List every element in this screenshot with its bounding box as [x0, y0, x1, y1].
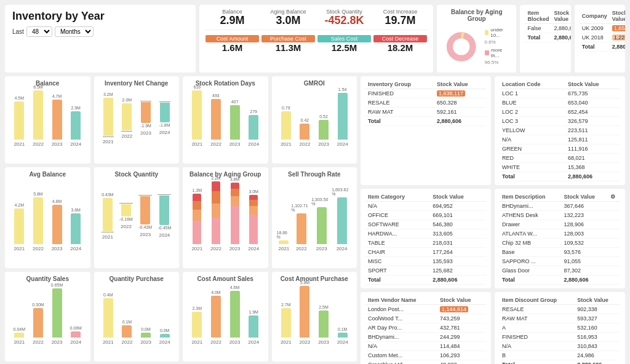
table-row: Total2,880,606 — [500, 172, 620, 181]
bar-group: 1.3M 2021 — [191, 188, 202, 251]
table-row: MISC135,593 — [365, 257, 486, 266]
table-row: Drawer128,906 — [500, 220, 620, 229]
table-row: Total 2,880,606 — [580, 42, 625, 52]
table-row: GREEN111,916 — [500, 144, 620, 154]
table-row: Base93,576 — [500, 248, 620, 257]
table-row: RED68,021 — [500, 154, 620, 163]
cost-amount-sales-chart: Cost Amount Sales 2.3M 2021 4.0M 2022 — [183, 272, 268, 362]
quantity-sales-chart: Quantity Sales 0.04M 2021 0.30M 2022 — [5, 272, 90, 362]
sales-cost-metric: Sales Cost 12.5M — [317, 33, 371, 53]
table-row: OFFICE669,101 — [365, 211, 486, 220]
item-vendor-table: Item Vendor Name Stock Value London Post… — [361, 292, 491, 364]
table-row: YELLOW223,511 — [500, 126, 620, 135]
metrics-bottom-row: Cost Amount 1.6M Purchase Cost 11.3M Sal… — [205, 33, 427, 53]
rotation-bars: 616 2021 493 2022 407 2023 — [188, 89, 263, 156]
table-row: ATLANTA W...128,003 — [500, 229, 620, 239]
table-row: RAW MAT593,327 — [500, 314, 620, 323]
cost-decrease-metric: Cost Decrease 18.2M — [373, 33, 427, 53]
table-row: N/A310,843 — [500, 342, 620, 351]
bar-group: 2.0M 2022 — [121, 98, 132, 139]
bar-group: 2.2M 2022 — [210, 176, 221, 251]
bar-group: 0.0M 2023 — [140, 327, 151, 345]
table-row: Custom Met...106,293 — [365, 351, 486, 360]
table-row: A532,160 — [500, 323, 620, 333]
gmroi-chart: GMROI 0.79 2021 0.42 2022 — [272, 76, 357, 164]
bar-group: -1.9M 2023 — [140, 101, 151, 136]
sell-through-rate-chart: Sell Through Rate 18.66 % 2021 1,102.71 … — [272, 167, 357, 268]
qsales-bars: 0.04M 2021 0.30M 2022 0.65M 2023 — [10, 285, 86, 354]
table-row: Total 2,880,606 — [525, 33, 570, 42]
table-row: FINISHED516,953 — [500, 333, 620, 342]
table-row: RESALE 650,328 — [365, 98, 486, 108]
table-row: False 2,880,606 — [525, 24, 570, 33]
bar-group: 18.66 % 2021 — [277, 231, 292, 251]
bar-group: 0.79 2021 — [281, 106, 292, 147]
table-row: Grassblue Ltd.48,023 — [365, 360, 486, 365]
purchase-cost-metric: Purchase Cost 11.3M — [261, 33, 315, 53]
bar-group: 493 2022 — [210, 93, 221, 147]
table-row: CHAIR177,264 — [365, 248, 486, 257]
bar-group: 1,102.71 % 2022 — [291, 204, 311, 251]
right-panel: Inventory Group Stock Value FINISHED 1,6… — [361, 76, 625, 359]
metrics-top-row: Balance 2.9M Aging Balance 3.0M Stock Qu… — [205, 9, 427, 27]
quantity-purchase-chart: Quantity Purchase 0.4M 2021 0.1M 2022 — [94, 272, 180, 362]
stock-qty-metric: Stock Quantity -452.8K — [317, 9, 371, 27]
aging-chart-card: Balance by Aging Group under 10... 0.6% … — [437, 5, 516, 73]
bar-group: 2.5M 2023 — [318, 305, 329, 345]
bar-group: 3.8M 2023 — [229, 177, 241, 251]
aging-balance-metric: Aging Balance 3.0M — [261, 9, 315, 27]
table-row: FINISHED 1,638,117 — [365, 89, 486, 98]
bar-group: 3.2M 2021 — [103, 92, 114, 144]
balance-metric: Balance 2.9M — [205, 9, 259, 27]
table-row: AR Day Pro...432,781 — [365, 323, 486, 333]
cost-increase-metric: Cost Increase 19.7M — [373, 9, 427, 27]
unit-select[interactable]: Months — [55, 26, 94, 37]
page-title: Inventory by Year — [12, 10, 188, 23]
table-row: LOC 1675,735 — [500, 89, 620, 98]
right-tables-row1: Inventory Group Stock Value FINISHED 1,6… — [361, 76, 625, 185]
costpurchase-bars: 2.7M 2021 5.9M 2022 2.5M 2023 — [277, 285, 353, 354]
bar-group: 0.30M 2022 — [32, 303, 44, 345]
table-row: SPORT125,682 — [365, 266, 486, 275]
table-row: B24,986 — [500, 351, 620, 360]
bar-group: 1,303.50 % 2023 — [311, 197, 332, 251]
charts-row-3: Quantity Sales 0.04M 2021 0.30M 2022 — [5, 272, 357, 362]
inventory-group-table: Inventory Group Stock Value FINISHED 1,6… — [361, 76, 491, 185]
aging-bars: 1.3M 2021 2.2M — [188, 180, 263, 260]
table-row: SAPPORO ...91,055 — [500, 257, 620, 266]
svg-point-1 — [453, 38, 469, 55]
right-tables-row3: Item Vendor Name Stock Value London Post… — [361, 292, 625, 364]
bar-group: 0.04M 2021 — [14, 327, 25, 345]
cost-amount-metric: Cost Amount 1.6M — [205, 33, 259, 53]
bar-group: -0.16M 2022 — [119, 203, 133, 229]
table-row: N/A114,484 — [365, 342, 486, 351]
qpurchase-bars: 0.4M 2021 0.1M 2022 0.0M 2023 — [99, 285, 175, 354]
balance-bars: 4.5M 2021 6.5M 2022 4.7M 2023 — [10, 89, 86, 156]
company-table: Company Stock Value UK 2009 1,654,768 UK… — [575, 5, 625, 73]
bar-group: 1.54 2024 — [337, 87, 348, 147]
table-row: Total2,880,606 — [500, 275, 620, 285]
period-select[interactable]: 48 — [26, 26, 52, 37]
bar-group: 3.6M 2024 — [70, 208, 81, 251]
bar-group: 2.7M 2021 — [281, 303, 292, 345]
main-content: Balance 4.5M 2021 6.5M 2022 — [5, 76, 625, 359]
netchange-bars: 3.2M 2021 2.0M 2022 — [99, 89, 175, 156]
bar-group: 4.7M 2023 — [52, 94, 63, 147]
table-row: ATHENS Desk132,223 — [500, 211, 620, 220]
cost-amount-purchase-chart: Cost Amount Purchase 2.7M 2021 5.9M 2022 — [272, 272, 357, 362]
table-row: TABLE218,031 — [365, 239, 486, 248]
sellthrough-bars: 18.66 % 2021 1,102.71 % 2022 1,303.50 % — [277, 180, 353, 260]
charts-row-1: Balance 4.5M 2021 6.5M 2022 — [5, 76, 357, 164]
table-row: LOC 2652,454 — [500, 108, 620, 117]
table-row: UK 2018 1,225,838 — [580, 33, 625, 42]
location-code-table: Location Code Stock Value LOC 1675,735 B… — [495, 76, 625, 185]
table-row: HARDWA...313,605 — [365, 229, 486, 239]
table-row: RESALE902,338 — [500, 305, 620, 314]
balance-chart: Balance 4.5M 2021 6.5M 2022 — [5, 76, 90, 164]
bar-group: 0.42 2022 — [300, 118, 311, 147]
costsales-bars: 2.3M 2021 4.0M 2022 4.6M 2023 — [188, 285, 263, 354]
metrics-card: Balance 2.9M Aging Balance 3.0M Stock Qu… — [199, 5, 433, 73]
item-description-table: Item Description Stock Value ⚙ BHDynami.… — [495, 189, 625, 288]
charts-row-2: Avg Balance 4.2M 2021 5.8M 2022 — [5, 167, 357, 268]
table-row: BHDynami...367,646 — [500, 202, 620, 211]
